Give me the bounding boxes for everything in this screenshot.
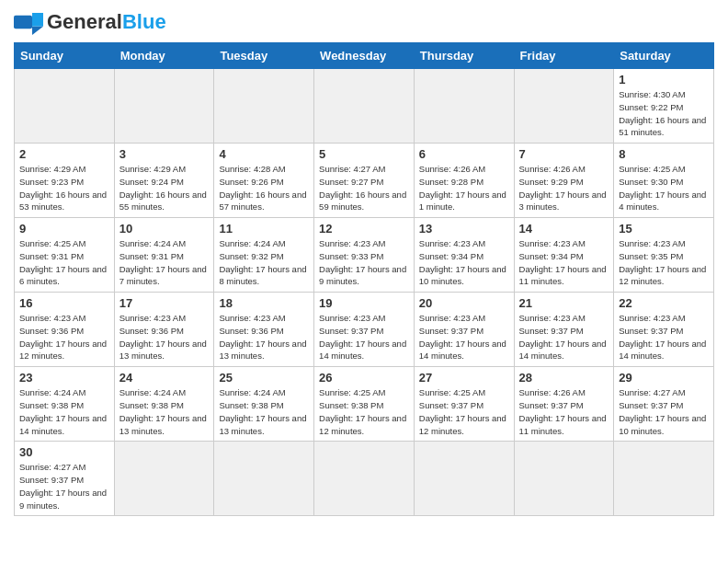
day-number: 14 [519,222,609,236]
day-number: 1 [619,73,709,86]
calendar-cell: 15Sunrise: 4:23 AM Sunset: 9:35 PM Dayli… [614,218,714,293]
week-row-2: 2Sunrise: 4:29 AM Sunset: 9:23 PM Daylig… [15,144,714,218]
day-info: Sunrise: 4:24 AM Sunset: 9:31 PM Dayligh… [119,237,210,288]
day-number: 11 [219,222,309,236]
calendar-cell [114,442,214,516]
day-info: Sunrise: 4:24 AM Sunset: 9:38 PM Dayligh… [19,386,109,437]
day-info: Sunrise: 4:27 AM Sunset: 9:37 PM Dayligh… [19,461,109,511]
calendar-cell: 2Sunrise: 4:29 AM Sunset: 9:23 PM Daylig… [15,144,115,218]
day-number: 23 [19,371,109,385]
calendar-cell [614,442,714,516]
calendar-cell: 27Sunrise: 4:25 AM Sunset: 9:37 PM Dayli… [414,367,514,442]
day-info: Sunrise: 4:23 AM Sunset: 9:36 PM Dayligh… [19,312,109,362]
day-number: 24 [119,371,210,385]
weekday-header-tuesday: Tuesday [214,43,314,69]
day-number: 16 [19,296,109,310]
day-info: Sunrise: 4:26 AM Sunset: 9:29 PM Dayligh… [519,163,609,213]
week-row-4: 16Sunrise: 4:23 AM Sunset: 9:36 PM Dayli… [15,293,714,367]
day-number: 12 [319,222,409,236]
calendar-cell [414,69,514,144]
day-info: Sunrise: 4:25 AM Sunset: 9:31 PM Dayligh… [19,237,109,288]
day-info: Sunrise: 4:26 AM Sunset: 9:28 PM Dayligh… [419,163,509,213]
calendar-cell [514,69,614,144]
day-info: Sunrise: 4:27 AM Sunset: 9:27 PM Dayligh… [319,163,409,213]
weekday-header-thursday: Thursday [414,43,514,69]
calendar-cell: 4Sunrise: 4:28 AM Sunset: 9:26 PM Daylig… [214,144,314,218]
calendar-cell: 9Sunrise: 4:25 AM Sunset: 9:31 PM Daylig… [15,218,115,293]
calendar-cell [15,69,115,144]
day-number: 27 [419,371,509,385]
day-info: Sunrise: 4:26 AM Sunset: 9:37 PM Dayligh… [519,386,609,437]
calendar-cell [214,69,314,144]
calendar-cell: 20Sunrise: 4:23 AM Sunset: 9:37 PM Dayli… [414,293,514,367]
calendar-table: SundayMondayTuesdayWednesdayThursdayFrid… [14,42,714,516]
day-info: Sunrise: 4:25 AM Sunset: 9:37 PM Dayligh… [419,386,509,437]
weekday-header-wednesday: Wednesday [314,43,415,69]
week-row-6: 30Sunrise: 4:27 AM Sunset: 9:37 PM Dayli… [15,442,714,516]
day-info: Sunrise: 4:23 AM Sunset: 9:37 PM Dayligh… [419,312,509,362]
calendar-cell: 7Sunrise: 4:26 AM Sunset: 9:29 PM Daylig… [514,144,614,218]
calendar-cell [214,442,314,516]
day-number: 13 [419,222,509,236]
weekday-header-row: SundayMondayTuesdayWednesdayThursdayFrid… [15,43,714,69]
day-info: Sunrise: 4:23 AM Sunset: 9:37 PM Dayligh… [519,312,609,362]
calendar-cell: 26Sunrise: 4:25 AM Sunset: 9:38 PM Dayli… [314,367,415,442]
day-number: 7 [519,147,609,161]
day-number: 3 [119,147,210,161]
calendar-cell: 25Sunrise: 4:24 AM Sunset: 9:38 PM Dayli… [214,367,314,442]
day-number: 21 [519,296,609,310]
calendar-cell [314,442,415,516]
day-number: 28 [519,371,609,385]
calendar-cell: 1Sunrise: 4:30 AM Sunset: 9:22 PM Daylig… [614,69,714,144]
day-number: 22 [619,296,709,310]
weekday-header-friday: Friday [514,43,614,69]
calendar-cell: 30Sunrise: 4:27 AM Sunset: 9:37 PM Dayli… [15,442,115,516]
day-number: 10 [119,222,210,236]
calendar-cell: 8Sunrise: 4:25 AM Sunset: 9:30 PM Daylig… [614,144,714,218]
calendar-cell: 11Sunrise: 4:24 AM Sunset: 9:32 PM Dayli… [214,218,314,293]
calendar-cell: 17Sunrise: 4:23 AM Sunset: 9:36 PM Dayli… [114,293,214,367]
calendar-cell: 14Sunrise: 4:23 AM Sunset: 9:34 PM Dayli… [514,218,614,293]
calendar-cell: 28Sunrise: 4:26 AM Sunset: 9:37 PM Dayli… [514,367,614,442]
day-info: Sunrise: 4:27 AM Sunset: 9:37 PM Dayligh… [619,386,709,437]
day-info: Sunrise: 4:25 AM Sunset: 9:30 PM Dayligh… [619,163,709,213]
day-number: 6 [419,147,509,161]
weekday-header-monday: Monday [114,43,214,69]
calendar-cell: 13Sunrise: 4:23 AM Sunset: 9:34 PM Dayli… [414,218,514,293]
weekday-header-saturday: Saturday [614,43,714,69]
week-row-1: 1Sunrise: 4:30 AM Sunset: 9:22 PM Daylig… [15,69,714,144]
day-number: 29 [619,371,709,385]
calendar-cell: 19Sunrise: 4:23 AM Sunset: 9:37 PM Dayli… [314,293,415,367]
day-info: Sunrise: 4:29 AM Sunset: 9:23 PM Dayligh… [19,163,109,213]
calendar-cell: 21Sunrise: 4:23 AM Sunset: 9:37 PM Dayli… [514,293,614,367]
day-info: Sunrise: 4:29 AM Sunset: 9:24 PM Dayligh… [119,163,210,213]
day-number: 26 [319,371,409,385]
week-row-3: 9Sunrise: 4:25 AM Sunset: 9:31 PM Daylig… [15,218,714,293]
calendar-cell: 29Sunrise: 4:27 AM Sunset: 9:37 PM Dayli… [614,367,714,442]
calendar-cell: 23Sunrise: 4:24 AM Sunset: 9:38 PM Dayli… [15,367,115,442]
day-info: Sunrise: 4:23 AM Sunset: 9:36 PM Dayligh… [119,312,210,362]
day-info: Sunrise: 4:23 AM Sunset: 9:37 PM Dayligh… [319,312,409,362]
calendar-cell: 12Sunrise: 4:23 AM Sunset: 9:33 PM Dayli… [314,218,415,293]
calendar-cell: 3Sunrise: 4:29 AM Sunset: 9:24 PM Daylig… [114,144,214,218]
calendar-cell: 24Sunrise: 4:24 AM Sunset: 9:38 PM Dayli… [114,367,214,442]
day-info: Sunrise: 4:30 AM Sunset: 9:22 PM Dayligh… [619,88,709,139]
day-number: 9 [19,222,109,236]
day-info: Sunrise: 4:23 AM Sunset: 9:37 PM Dayligh… [619,312,709,362]
logo-text: GeneralBlue [47,12,166,32]
day-info: Sunrise: 4:23 AM Sunset: 9:33 PM Dayligh… [319,237,409,288]
day-number: 5 [319,147,409,161]
day-info: Sunrise: 4:24 AM Sunset: 9:38 PM Dayligh… [219,386,309,437]
day-number: 15 [619,222,709,236]
day-info: Sunrise: 4:23 AM Sunset: 9:34 PM Dayligh… [419,237,509,288]
day-number: 4 [219,147,309,161]
day-info: Sunrise: 4:23 AM Sunset: 9:35 PM Dayligh… [619,237,709,288]
day-info: Sunrise: 4:28 AM Sunset: 9:26 PM Dayligh… [219,163,309,213]
day-number: 25 [219,371,309,385]
day-number: 2 [19,147,109,161]
day-number: 17 [119,296,210,310]
day-info: Sunrise: 4:23 AM Sunset: 9:36 PM Dayligh… [219,312,309,362]
calendar-cell: 22Sunrise: 4:23 AM Sunset: 9:37 PM Dayli… [614,293,714,367]
calendar-cell: 6Sunrise: 4:26 AM Sunset: 9:28 PM Daylig… [414,144,514,218]
day-number: 30 [19,445,109,459]
